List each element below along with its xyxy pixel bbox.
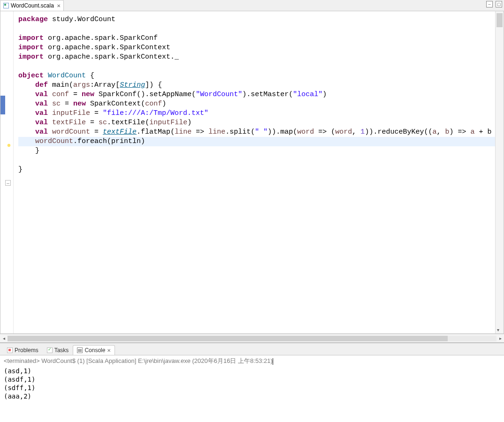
- console-output[interactable]: (bbb,2) (asd,1) (asdf,1) (sdff,1) (aaa,2…: [0, 367, 504, 422]
- code-area[interactable]: package study.WordCount import org.apach…: [14, 11, 495, 333]
- console-line: (asdf,1): [4, 375, 500, 384]
- hscroll-thumb[interactable]: [8, 336, 448, 341]
- scroll-down-icon[interactable]: ▾: [497, 327, 499, 332]
- tab-label: Problems: [15, 347, 38, 354]
- editor-pane: – package study.WordCount import org.apa…: [0, 11, 504, 334]
- console-line: (asd,1): [4, 367, 500, 375]
- close-icon[interactable]: ✕: [57, 3, 61, 8]
- change-marker-icon: [0, 96, 5, 114]
- warning-marker-icon: [6, 143, 12, 148]
- tab-label: Console: [84, 347, 105, 354]
- scala-file-icon: [3, 3, 9, 8]
- tab-label: Tasks: [54, 347, 69, 354]
- fold-toggle-icon[interactable]: –: [5, 180, 11, 186]
- console-line: (sdff,1): [4, 384, 500, 392]
- tab-problems[interactable]: Problems: [3, 345, 43, 355]
- close-icon[interactable]: ✕: [107, 348, 111, 353]
- bottom-panel: Problems Tasks Console ✕ <terminated> Wo…: [0, 342, 504, 422]
- hscroll-track[interactable]: [8, 336, 496, 341]
- panel-window-controls: – ▢: [486, 1, 502, 8]
- bottom-tab-bar: Problems Tasks Console ✕: [0, 343, 504, 355]
- scroll-left-icon[interactable]: ◂: [0, 336, 8, 341]
- scroll-right-icon[interactable]: ▸: [496, 336, 504, 341]
- editor-tab-wordcount[interactable]: WordCount.scala ✕: [0, 0, 64, 11]
- ide-root: WordCount.scala ✕ – ▢ – package study.Wo…: [0, 0, 504, 422]
- console-icon: [77, 347, 83, 353]
- minimize-panel-button[interactable]: –: [486, 1, 493, 8]
- console-status-line: <terminated> WordCount$ (1) [Scala Appli…: [0, 355, 504, 367]
- editor-tab-bar: WordCount.scala ✕ – ▢: [0, 0, 504, 11]
- problems-icon: [7, 347, 13, 353]
- text-cursor-icon: [273, 358, 273, 365]
- tab-console[interactable]: Console ✕: [73, 345, 115, 355]
- tab-tasks[interactable]: Tasks: [43, 345, 73, 355]
- tasks-icon: [47, 347, 53, 353]
- console-line: (aaa,2): [4, 392, 500, 400]
- editor-horizontal-scrollbar[interactable]: ◂ ▸: [0, 334, 504, 342]
- editor-gutter[interactable]: –: [0, 11, 14, 333]
- editor-tab-label: WordCount.scala: [11, 2, 54, 9]
- maximize-panel-button[interactable]: ▢: [496, 1, 502, 8]
- editor-vertical-scrollbar[interactable]: ▴ ▾: [495, 11, 504, 333]
- scroll-thumb[interactable]: [496, 13, 503, 27]
